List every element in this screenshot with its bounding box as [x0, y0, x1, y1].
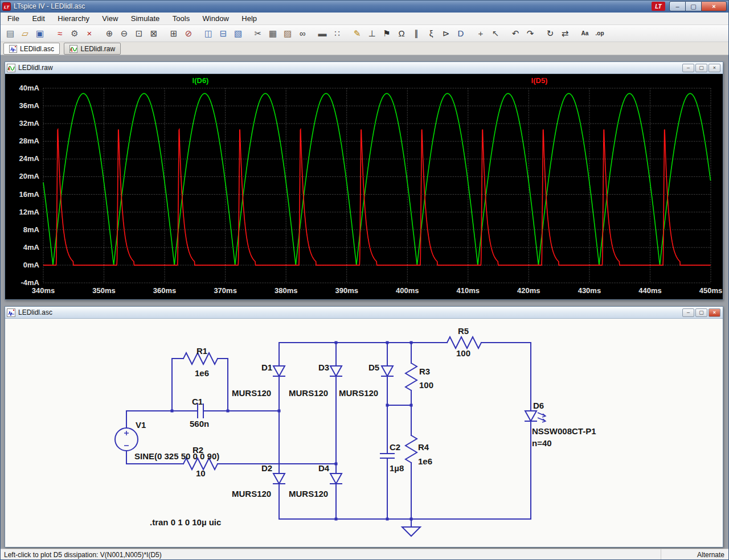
toolbar-rotate-button[interactable]: ↻ — [543, 27, 557, 40]
waveform-plot-area[interactable]: 40mA36mA32mA28mA24mA20mA16mA12mA8mA4mA0m… — [5, 74, 723, 299]
toolbar-zoom-out-button[interactable]: ⊖ — [117, 27, 131, 40]
tile-vertical-icon: ◫ — [204, 28, 212, 39]
toolbar-find-button[interactable]: ∞ — [296, 27, 309, 40]
zoom-area-icon: ⊠ — [150, 28, 158, 39]
toolbar-cut-button[interactable]: ✂ — [251, 27, 265, 40]
resistor-R4[interactable] — [406, 435, 417, 463]
copy-icon: ▦ — [269, 28, 277, 39]
toolbar-text-button[interactable]: Aa — [578, 27, 592, 40]
toolbar-zoom-in-button[interactable]: ⊕ — [103, 27, 116, 40]
voltage-source-V1[interactable] — [115, 428, 138, 451]
waveform-doc-icon — [69, 45, 77, 53]
minimize-button[interactable]: – — [682, 64, 694, 72]
toolbar-diode-button[interactable]: ⊳ — [439, 27, 453, 40]
toolbar-resistor-button[interactable]: Ω — [395, 27, 408, 40]
close-icon: × — [713, 310, 716, 315]
menu-help[interactable]: Help — [236, 13, 262, 24]
toolbar-undo-button[interactable]: ↶ — [509, 27, 522, 40]
inductor-icon: ξ — [429, 28, 433, 38]
capacitor-C2[interactable] — [380, 454, 394, 458]
led-D6[interactable] — [525, 411, 546, 422]
schematic-canvas[interactable]: R11e6C1560nV1SINE(0 325 50 0 0 90)R210D1… — [5, 319, 723, 547]
menu-hierarchy[interactable]: Hierarchy — [52, 13, 95, 24]
toolbar-tile-vertical-button[interactable]: ◫ — [202, 27, 215, 40]
toolbar-drag-button[interactable]: ↖ — [489, 27, 502, 40]
ground-symbol[interactable] — [402, 527, 420, 536]
diode-D3[interactable] — [330, 366, 342, 376]
resistor-R3[interactable] — [406, 363, 417, 390]
trace-label[interactable]: I(D6) — [193, 76, 209, 85]
toolbar-spice-directive-button[interactable]: .op — [593, 27, 607, 40]
minimize-button[interactable]: – — [682, 308, 694, 317]
toolbar-save-button[interactable]: ▣ — [33, 27, 47, 40]
toolbar-paste-button[interactable]: ▨ — [281, 27, 294, 40]
print-preview-icon: ∷ — [334, 28, 340, 39]
toolbar-grid-button[interactable]: ⊞ — [167, 27, 181, 40]
menu-view[interactable]: View — [97, 13, 123, 24]
waveform-window-titlebar[interactable]: LEDlidl.raw – ▢ × — [5, 62, 723, 74]
save-icon: ▣ — [36, 28, 44, 39]
x-tick-label: 380ms — [275, 286, 297, 295]
toolbar-control-panel-button[interactable]: ⚙ — [68, 27, 81, 40]
toolbar-capacitor-button[interactable]: ∥ — [409, 27, 423, 40]
toolbar-print-button[interactable]: ▬ — [316, 27, 329, 40]
toolbar-halt-button[interactable]: × — [83, 27, 96, 40]
schematic-window-titlebar[interactable]: LEDlidl.asc – ▢ × — [5, 307, 723, 319]
toolbar-label-net-button[interactable]: ⚑ — [380, 27, 394, 40]
tab-ledlidl-asc[interactable]: LEDlidl.asc — [3, 43, 60, 55]
toolbar-mirror-button[interactable]: ⇄ — [558, 27, 572, 40]
app-titlebar[interactable]: LT LTspice IV - LEDlidl.asc LT – ▢ × — [0, 0, 729, 13]
toolbar-component-button[interactable]: D — [454, 27, 468, 40]
toolbar-print-preview-button[interactable]: ∷ — [330, 27, 344, 40]
zoom-in-icon: ⊕ — [106, 28, 113, 39]
toolbar-ground-button[interactable]: ⊥ — [365, 27, 379, 40]
y-tick-label: 0mA — [23, 261, 40, 269]
diode-D1[interactable] — [273, 366, 285, 376]
diode-D2[interactable] — [273, 473, 285, 484]
schematic-text: R3 — [419, 367, 430, 376]
menu-simulate[interactable]: Simulate — [126, 13, 165, 24]
close-button[interactable]: × — [708, 64, 720, 72]
menu-edit[interactable]: Edit — [27, 13, 50, 24]
menu-file[interactable]: File — [2, 13, 24, 24]
app-title: LTspice IV - LEDlidl.asc — [14, 2, 85, 10]
toolbar-zoom-full-button[interactable]: ⊡ — [132, 27, 146, 40]
close-button[interactable]: × — [708, 308, 720, 317]
tile-horizontal-icon: ⊟ — [220, 28, 227, 39]
toolbar-move-button[interactable]: + — [474, 27, 488, 40]
window-controls: – ▢ × — [682, 308, 721, 317]
diode-D4[interactable] — [330, 473, 342, 484]
toolbar-zoom-area-button[interactable]: ⊠ — [147, 27, 161, 40]
restore-button[interactable]: ▢ — [695, 308, 707, 317]
restore-icon: ▢ — [699, 310, 704, 315]
trace-label[interactable]: I(D5) — [531, 76, 548, 85]
resistor-R5[interactable] — [447, 337, 481, 348]
maximize-button[interactable]: ▢ — [686, 1, 701, 11]
toolbar-copy-button[interactable]: ▦ — [266, 27, 280, 40]
toolbar-new-schematic-button[interactable]: ▤ — [3, 27, 17, 40]
toolbar-open-button[interactable]: ▱ — [18, 27, 32, 40]
schematic-text: SINE(0 325 50 0 0 90) — [134, 451, 219, 461]
restore-button[interactable]: ▢ — [695, 64, 707, 72]
diode-D5[interactable] — [382, 366, 393, 376]
waveform-plot: 40mA36mA32mA28mA24mA20mA16mA12mA8mA4mA0m… — [5, 74, 723, 299]
toolbar-tile-horizontal-button[interactable]: ⊟ — [216, 27, 230, 40]
menu-window[interactable]: Window — [198, 13, 234, 24]
waveform-doc-icon — [7, 64, 15, 72]
x-tick-label: 400ms — [396, 286, 419, 295]
toolbar-mark-unconnected-button[interactable]: ⊘ — [182, 27, 195, 40]
toolbar-redo-button[interactable]: ↷ — [523, 27, 537, 40]
tab-ledlidl-raw[interactable]: LEDlidl.raw — [64, 43, 121, 55]
close-button[interactable]: × — [701, 1, 727, 11]
schematic-text: V1 — [136, 420, 146, 430]
minimize-button[interactable]: – — [669, 1, 686, 11]
menu-tools[interactable]: Tools — [167, 13, 195, 24]
grid-icon: ⊞ — [170, 28, 178, 39]
toolbar-cascade-windows-button[interactable]: ▧ — [231, 27, 245, 40]
close-icon: × — [713, 65, 716, 71]
toolbar-run-button[interactable]: ≈ — [53, 27, 67, 40]
schematic-text: 560n — [190, 419, 209, 429]
schematic-text: NSSW008CT-P1 — [532, 426, 596, 436]
toolbar-inductor-button[interactable]: ξ — [424, 27, 438, 40]
toolbar-wire-button[interactable]: ✎ — [350, 27, 364, 40]
